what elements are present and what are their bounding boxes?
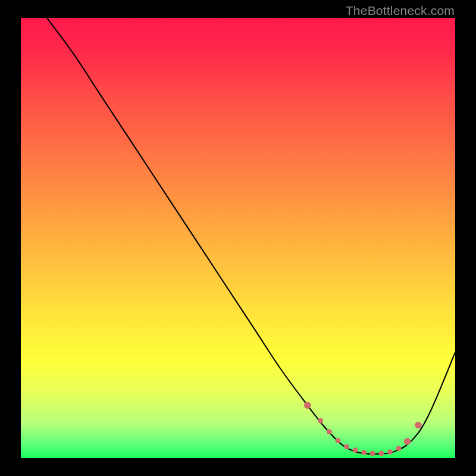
watermark-text: TheBottleneck.com [346, 4, 455, 18]
plot-gradient-area [21, 18, 455, 458]
chart-container: TheBottleneck.com [0, 0, 476, 476]
